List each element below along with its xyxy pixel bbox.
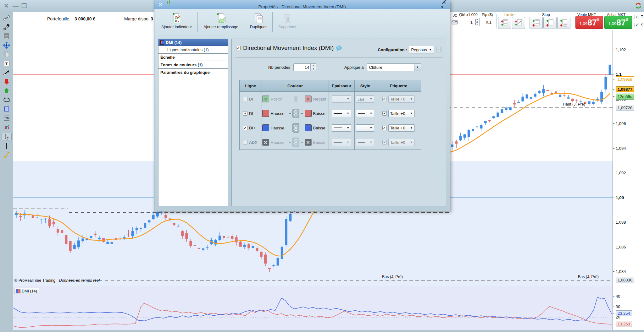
periods-input[interactable]: 14 ▲▼: [293, 63, 316, 71]
qty-label: Qté x1 000: [459, 13, 478, 17]
link-colors-icon[interactable]: [292, 94, 299, 104]
swatch-label: Hausse: [271, 126, 287, 130]
minimize-icon[interactable]: —: [13, 0, 19, 12]
link-colors-icon[interactable]: [292, 138, 299, 147]
di-plus-label-checkbox[interactable]: ✓: [382, 126, 387, 130]
dialog-titlebar[interactable]: ✕ Propriétés - Directional Movement Inde…: [154, 0, 450, 9]
dmi-legend-chip[interactable]: DMI (14): [14, 288, 39, 294]
table-row-di-minus: ✓DI- HausseBaisse ▼ ▼ ✓Taille +0▼: [240, 106, 421, 121]
stop-order-ticket-button[interactable]: [543, 17, 557, 29]
segment-tool-icon[interactable]: [2, 152, 11, 159]
buy-market-button[interactable]: 1,09878: [604, 16, 632, 29]
di-minus-up-swatch[interactable]: [262, 110, 269, 117]
svg-text:+: +: [3, 97, 5, 100]
dialog-settings-wrench-icon[interactable]: ▾: [437, 0, 450, 9]
di-minus-thickness-dropdown[interactable]: ▼: [332, 110, 351, 117]
ellipse-tool-icon[interactable]: ++: [2, 96, 11, 103]
trash-icon[interactable]: [2, 33, 11, 40]
link-colors-icon[interactable]: [292, 123, 299, 133]
candlestick-icon: [167, 0, 171, 4]
info-bubble-icon[interactable]: [336, 46, 342, 51]
di-plus-size-dropdown[interactable]: Taille +0▼: [388, 124, 415, 132]
di-checkbox[interactable]: [243, 97, 247, 101]
nav-item-chart-params[interactable]: Paramètres du graphique: [158, 68, 228, 76]
nav-item-dmi[interactable]: DMI (14): [158, 39, 228, 46]
nav-item-horizontal-lines[interactable]: Lignes horizontales (1): [158, 46, 228, 53]
nav-item-color-zones[interactable]: Zones de couleurs (1): [158, 61, 228, 68]
di-plus-up-swatch[interactable]: [262, 124, 269, 131]
pip-input[interactable]: 0.1: [479, 18, 493, 26]
di-minus-checkbox[interactable]: ✓: [243, 111, 247, 116]
refresh-icon[interactable]: [635, 2, 642, 9]
svg-text:+: +: [3, 124, 5, 128]
keyboard-icon[interactable]: [452, 20, 458, 24]
dialog-close-icon[interactable]: ✕: [154, 1, 167, 8]
stoploss-checkbox[interactable]: ✓: [635, 23, 639, 27]
di-plus-checkbox[interactable]: ✓: [243, 126, 247, 130]
svg-text:+: +: [9, 100, 10, 103]
di-positive-swatch[interactable]: ✕: [262, 95, 269, 102]
qty-input[interactable]: 1: [458, 18, 474, 26]
sell-market-button[interactable]: 1,09876: [575, 16, 603, 29]
applied-label: Appliqué à: [344, 65, 364, 70]
configuration-select[interactable]: Pegasus▼: [409, 46, 434, 53]
di-plus-style-dropdown[interactable]: ▼: [356, 124, 374, 132]
trend-line-tool-icon[interactable]: [2, 14, 11, 21]
adx-down-swatch[interactable]: ✕: [305, 139, 312, 146]
di-minus-label-checkbox[interactable]: ✓: [382, 111, 387, 116]
stop-order-book-button[interactable]: [530, 17, 543, 29]
bas-line-label: Bas (J, Pré): [578, 275, 599, 279]
copy-icon[interactable]: [2, 51, 11, 58]
di-negative-swatch[interactable]: ✕: [305, 95, 312, 102]
tools-icon[interactable]: [2, 24, 11, 30]
svg-text:%: %: [6, 116, 9, 120]
move-icon[interactable]: [2, 42, 11, 49]
pointer-tool-icon[interactable]: [2, 133, 12, 140]
indicator-enabled-checkbox[interactable]: ✓: [236, 46, 241, 50]
percent-scale-icon[interactable]: %: [2, 115, 11, 122]
pattern-analysis-icon[interactable]: +: [2, 124, 11, 131]
spin-down-icon[interactable]: ▼: [311, 67, 316, 71]
swatch-label: Hausse: [271, 140, 287, 145]
dmi-indicator-pane[interactable]: DMI (14): [13, 286, 613, 330]
duplicate-button[interactable]: Dupliquer: [247, 11, 269, 30]
di-plus-down-swatch[interactable]: [305, 124, 312, 131]
price-marker-box: 1,09728: [613, 105, 634, 111]
rectangle-tool-icon[interactable]: [2, 106, 11, 112]
target-checkbox[interactable]: ✓: [635, 15, 639, 19]
separator: [528, 14, 528, 28]
panel-settings-wrench-icon[interactable]: [452, 13, 457, 18]
link-colors-icon[interactable]: [292, 109, 299, 118]
dmi-tick-label: 40: [613, 293, 620, 299]
save-config-icon[interactable]: [436, 47, 441, 52]
close-icon[interactable]: ✕: [4, 0, 9, 12]
order-panel: Qté x1 000 1 Pip ($) 0.1 Limite Stop Ven…: [450, 12, 644, 30]
dmi-swatch-icon: [16, 289, 20, 293]
di-minus-size-dropdown[interactable]: Taille +0▼: [388, 110, 415, 117]
price-tick-label: 1,102: [613, 47, 626, 52]
add-fill-button[interactable]: Ajouter remplissage: [201, 11, 241, 30]
adx-checkbox[interactable]: [243, 140, 247, 144]
restore-icon[interactable]: ❐: [21, 0, 27, 12]
limit-order-book-button[interactable]: [498, 17, 511, 29]
vertical-line-tool-icon[interactable]: [2, 143, 11, 150]
link-icon[interactable]: [475, 19, 479, 26]
price-axis[interactable]: 1,1021,11,0981,0961,0941,0921,091,0881,0…: [613, 30, 644, 330]
text-tool-icon[interactable]: T: [2, 60, 11, 67]
arrow-up-green-icon[interactable]: [2, 87, 11, 94]
di-minus-style-dropdown[interactable]: ▼: [356, 110, 374, 117]
di-minus-down-swatch[interactable]: [305, 110, 312, 117]
minus-di-line[interactable]: [13, 303, 612, 328]
di-plus-thickness-dropdown[interactable]: ▼: [332, 124, 351, 132]
adx-up-swatch[interactable]: ✕: [262, 139, 269, 146]
arrow-tool-icon[interactable]: [2, 69, 11, 76]
nav-item-echelle[interactable]: Échelle: [158, 53, 228, 61]
lines-config-table: Ligne Couleur Epaisseur Style Etiquette …: [239, 80, 421, 150]
table-row-adx: ADX ✕Hausse✕Baisse ▼ ▼ ✓Taille +0▼: [240, 135, 421, 150]
applied-select[interactable]: Clôture▼: [367, 63, 421, 71]
stop-trailing-button[interactable]: [557, 17, 570, 29]
add-indicator-button[interactable]: Ajouter indicateur: [159, 11, 194, 30]
limit-order-ticket-button[interactable]: [512, 17, 525, 29]
arrow-down-red-icon[interactable]: [2, 78, 11, 85]
spin-up-icon[interactable]: ▲: [311, 64, 316, 67]
